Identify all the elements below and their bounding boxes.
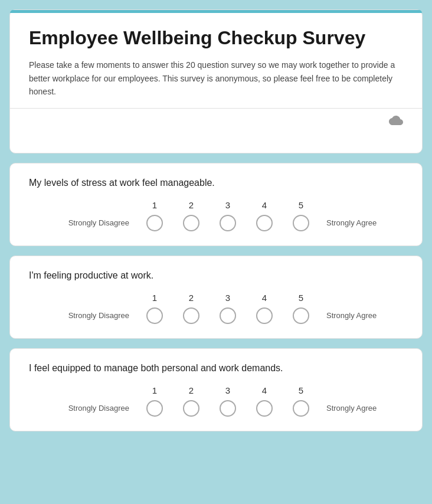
label-strongly-disagree-1: Strongly Disagree [42,218,136,227]
scale-number-3: 3 [210,293,246,303]
radio-option-2-q2[interactable] [183,307,199,324]
label-strongly-disagree-3: Strongly Disagree [42,404,136,413]
survey-title: Employee Wellbeing Checkup Survey [29,27,403,49]
scale-number-4: 4 [246,200,283,210]
radio-option-1-q2[interactable] [146,307,163,324]
numbers-row-1: 12345 [29,200,403,210]
scale-number-1: 1 [136,200,173,210]
rating-row-2: Strongly DisagreeStrongly Agree [29,307,403,324]
scale-number-4: 4 [246,385,283,395]
cloud-save-icon [389,116,403,129]
label-strongly-disagree-2: Strongly Disagree [42,311,136,320]
label-strongly-agree-3: Strongly Agree [319,404,390,413]
question-card-1: My levels of stress at work feel managea… [9,163,423,246]
radio-option-3-q1[interactable] [220,215,236,231]
survey-header-card: Employee Wellbeing Checkup Survey Please… [9,9,423,153]
scale-number-3: 3 [210,200,246,210]
label-strongly-agree-2: Strongly Agree [319,311,390,320]
scale-number-1: 1 [136,385,173,395]
scale-number-2: 2 [173,385,210,395]
scale-number-1: 1 [136,293,173,303]
question-card-3: I feel equipped to manage both personal … [9,348,423,431]
questions-container: My levels of stress at work feel managea… [9,163,423,431]
radio-option-1-q3[interactable] [146,400,163,417]
rating-row-1: Strongly DisagreeStrongly Agree [29,215,403,231]
scale-number-2: 2 [173,293,210,303]
question-card-2: I'm feeling productive at work.12345Stro… [9,256,423,339]
radio-option-5-q1[interactable] [293,215,309,231]
radio-option-5-q3[interactable] [293,400,309,417]
rating-row-3: Strongly DisagreeStrongly Agree [29,400,403,417]
scale-number-4: 4 [246,293,283,303]
scale-number-5: 5 [283,200,319,210]
label-strongly-agree-1: Strongly Agree [319,218,390,227]
question-text-2: I'm feeling productive at work. [29,270,403,281]
radio-option-3-q2[interactable] [220,307,236,324]
radio-option-4-q3[interactable] [256,400,273,417]
survey-description: Please take a few moments to answer this… [29,58,403,98]
numbers-row-3: 12345 [29,385,403,395]
radio-option-4-q1[interactable] [256,215,273,231]
scale-number-5: 5 [283,293,319,303]
scale-number-5: 5 [283,385,319,395]
header-bottom-bar [10,108,422,136]
question-text-1: My levels of stress at work feel managea… [29,178,403,188]
radio-option-3-q3[interactable] [220,400,236,417]
scale-number-3: 3 [210,385,246,395]
radio-option-5-q2[interactable] [293,307,309,324]
radio-option-2-q3[interactable] [183,400,199,417]
numbers-row-2: 12345 [29,293,403,303]
question-text-3: I feel equipped to manage both personal … [29,363,403,374]
radio-option-2-q1[interactable] [183,215,199,231]
radio-option-4-q2[interactable] [256,307,273,324]
scale-number-2: 2 [173,200,210,210]
radio-option-1-q1[interactable] [146,215,163,231]
